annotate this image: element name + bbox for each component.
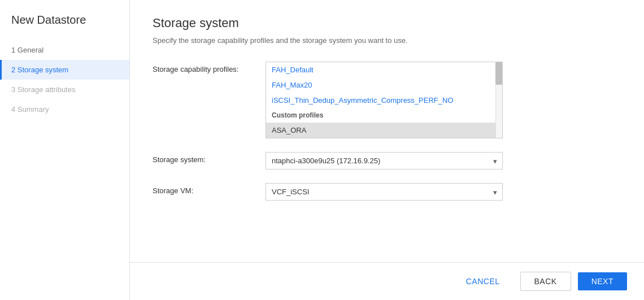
storage-system-control: ntaphci-a300e9u25 (172.16.9.25) [266, 152, 503, 169]
profile-asa-ora[interactable]: ASA_ORA [266, 123, 495, 138]
profiles-listbox[interactable]: FAH_Default FAH_Max20 iSCSI_Thin_Dedup_A… [266, 62, 503, 138]
sidebar-item-storage-attributes: 3 Storage attributes [0, 80, 129, 99]
custom-profiles-header: Custom profiles [266, 108, 495, 123]
sidebar-title: New Datastore [0, 14, 129, 40]
profile-iscsi-thin[interactable]: iSCSI_Thin_Dedup_Asymmetric_Compress_PER… [266, 93, 495, 108]
storage-system-row: Storage system: ntaphci-a300e9u25 (172.1… [153, 152, 621, 169]
sidebar-item-summary: 4 Summary [0, 99, 129, 119]
page-title: Storage system [153, 16, 621, 31]
storage-system-select[interactable]: ntaphci-a300e9u25 (172.16.9.25) [266, 152, 503, 169]
sidebar: New Datastore 1 General 2 Storage system… [0, 0, 130, 300]
profile-fah-max20[interactable]: FAH_Max20 [266, 77, 495, 93]
sidebar-item-summary-label: 4 Summary [11, 105, 49, 114]
sidebar-item-general-label: 1 General [11, 46, 43, 54]
sidebar-item-storage-attributes-label: 3 Storage attributes [11, 85, 75, 94]
content-area: Storage system Specify the storage capab… [130, 0, 644, 262]
sidebar-item-storage-system[interactable]: 2 Storage system [0, 60, 129, 80]
storage-vm-select[interactable]: VCF_iSCSI [266, 183, 503, 201]
cancel-button[interactable]: CANCEL [452, 272, 514, 290]
next-button[interactable]: NEXT [578, 272, 627, 290]
profile-fah-default[interactable]: FAH_Default [266, 62, 495, 77]
storage-vm-dropdown-wrapper: VCF_iSCSI [266, 183, 503, 201]
main-panel: Storage system Specify the storage capab… [130, 0, 644, 300]
storage-vm-row: Storage VM: VCF_iSCSI [153, 183, 621, 201]
storage-vm-control: VCF_iSCSI [266, 183, 503, 201]
back-button[interactable]: BACK [520, 272, 571, 291]
sidebar-item-general[interactable]: 1 General [0, 40, 129, 60]
capability-profiles-control: FAH_Default FAH_Max20 iSCSI_Thin_Dedup_A… [266, 62, 503, 138]
storage-system-label: Storage system: [153, 152, 266, 164]
capability-profiles-row: Storage capability profiles: FAH_Default… [153, 62, 621, 138]
footer: CANCEL BACK NEXT [130, 262, 644, 300]
page-subtitle: Specify the storage capability profiles … [153, 36, 621, 45]
sidebar-item-storage-system-label: 2 Storage system [11, 66, 68, 74]
scrollbar-track[interactable] [495, 62, 502, 138]
scrollbar-thumb[interactable] [495, 62, 502, 85]
capability-profiles-label: Storage capability profiles: [153, 62, 266, 73]
storage-system-dropdown-wrapper: ntaphci-a300e9u25 (172.16.9.25) [266, 152, 503, 169]
storage-vm-label: Storage VM: [153, 183, 266, 195]
